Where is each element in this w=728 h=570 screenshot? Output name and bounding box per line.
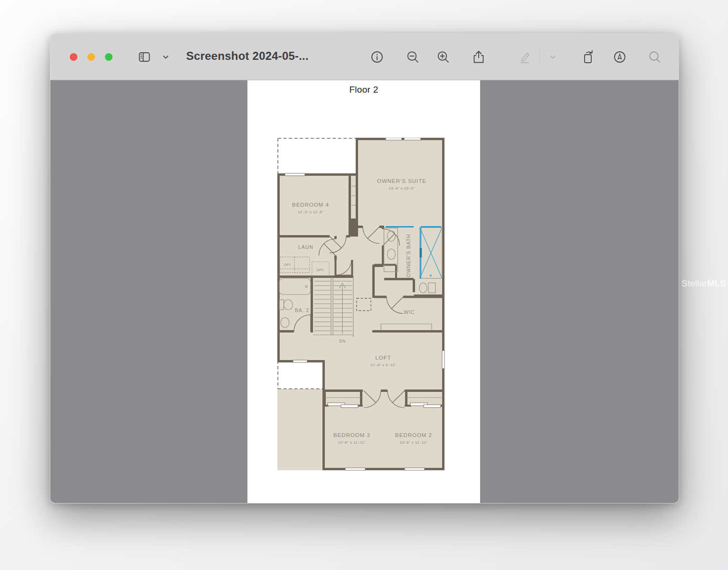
sidebar-toggle-icon[interactable] (137, 50, 151, 64)
rotate-icon[interactable] (581, 50, 596, 64)
info-icon[interactable] (370, 50, 384, 64)
document-area: Floor 2 (50, 80, 679, 503)
preview-window: Screenshot 2024-05-... (50, 33, 679, 504)
room-label-bedroom4: BEDROOM 4 (292, 202, 329, 208)
page-title: Floor 2 (247, 85, 480, 95)
room-label-owners-bath: OWNER'S BATH (406, 234, 411, 277)
zoom-in-icon[interactable] (436, 50, 450, 64)
search-icon[interactable] (647, 50, 662, 64)
optional-label-1: OPT. (284, 263, 292, 266)
share-icon[interactable] (472, 50, 486, 64)
room-dims-loft: 21'-4" x 9'-11" (370, 363, 397, 367)
room-dims-bedroom3: 10'-6" x 11'-11" (338, 440, 366, 445)
titlebar: Screenshot 2024-05-... (50, 34, 679, 80)
zoom-button[interactable] (105, 53, 113, 61)
stairs-direction-label: DN (339, 339, 345, 343)
stellar-mls-watermark: StellarMLS (680, 278, 728, 289)
room-label-bedroom3: BEDROOM 3 (333, 432, 370, 438)
minimize-button[interactable] (87, 53, 95, 61)
floor-plan: OWNER'S SUITE 14'-4" x 15'-0" BEDROOM 4 … (277, 138, 448, 476)
markup-chevron-icon[interactable] (548, 50, 558, 64)
document-page: Floor 2 (247, 80, 480, 504)
close-button[interactable] (70, 53, 77, 61)
room-label-laundry: LAUN (298, 244, 313, 250)
room-label-loft: LOFT (375, 355, 391, 361)
toolbar-divider (539, 50, 540, 64)
room-label-bath2: BA. 2 (295, 307, 310, 313)
markup-pencil-icon[interactable] (518, 50, 532, 64)
room-label-wic: WIC (404, 309, 415, 315)
room-label-bedroom2: BEDROOM 2 (395, 432, 432, 438)
room-dims-owners-suite: 14'-4" x 15'-0" (388, 186, 415, 190)
markup-tools-icon[interactable] (613, 50, 627, 64)
window-title: Screenshot 2024-05-... (186, 49, 309, 63)
optional-label-2: OPT. (317, 268, 324, 272)
zoom-out-icon[interactable] (406, 50, 420, 64)
room-label-owners-suite: OWNER'S SUITE (377, 178, 426, 184)
room-dims-bedroom4: 12'-3" x 11'-5" (298, 210, 324, 214)
room-dims-bedroom2: 10'-6" x 11'-11" (400, 440, 428, 445)
view-menu-chevron-icon[interactable] (161, 50, 170, 64)
